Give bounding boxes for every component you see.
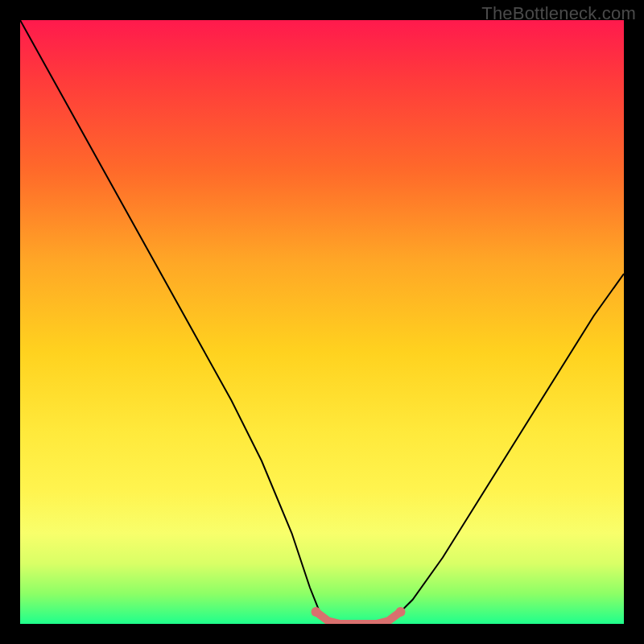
optimal-band-endpoint xyxy=(312,607,321,617)
optimal-band-endpoint xyxy=(396,607,406,617)
chart-container: TheBottleneck.com xyxy=(0,0,644,644)
bottleneck-curve-line xyxy=(20,20,624,624)
curve-svg xyxy=(20,20,624,624)
plot-area xyxy=(20,20,624,624)
optimal-band-line xyxy=(316,612,401,624)
